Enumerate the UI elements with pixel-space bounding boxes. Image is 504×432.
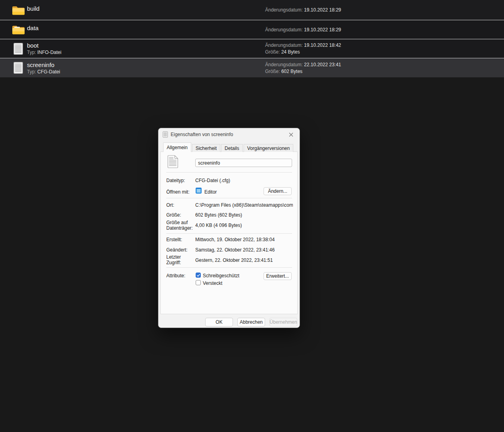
size-on-disk-value: 4,00 KB (4 096 Bytes) (195, 223, 242, 228)
size-label: Größe: (265, 49, 280, 55)
divider (166, 198, 292, 198)
file-name: screeninfo (27, 61, 60, 68)
modified-value: 22.10.2022 23:41 (304, 62, 341, 67)
cancel-button[interactable]: Abbrechen (237, 318, 265, 326)
close-icon (289, 132, 294, 137)
modified-label: Änderungsdatum: (265, 27, 303, 33)
divider (166, 233, 292, 234)
tab-vorgaengerversionen[interactable]: Vorgängerversionen (244, 144, 293, 152)
size-value: 24 Bytes (281, 49, 300, 55)
modified-value: 19.10.2022 18:29 (304, 7, 341, 13)
folder-icon (12, 5, 25, 15)
created-label: Erstellt: (166, 237, 182, 242)
modified-label: Änderungsdatum: (265, 7, 303, 13)
filetype-label: Dateityp: (166, 178, 185, 183)
type-value: INFO-Datei (37, 50, 62, 55)
check-icon (196, 273, 200, 277)
tab-details[interactable]: Details (221, 144, 243, 152)
modified-label: Änderungsdatum: (265, 42, 303, 48)
advanced-button[interactable]: Erweitert... (264, 272, 292, 280)
notepad-icon (195, 187, 202, 195)
size-label: Größe: (166, 212, 181, 218)
file-row-screeninfo[interactable]: screeninfo Typ: CFG-Datei Änderungsdatum… (0, 58, 504, 77)
modified-value: 19.10.2022 18:42 (304, 42, 341, 48)
hidden-checkbox-label[interactable]: Versteckt (203, 280, 222, 286)
folder-icon (12, 24, 25, 35)
filename-input[interactable] (195, 159, 292, 167)
tab-bar: Allgemein Sicherheit Details Vorgängerve… (163, 142, 294, 152)
modified-value: 19.10.2022 18:29 (304, 27, 341, 33)
accessed-value: Gestern, 22. Oktober 2022, 23:41:51 (195, 257, 273, 263)
change-button[interactable]: Ändern... (264, 187, 292, 195)
readonly-checkbox-label[interactable]: Schreibgeschützt (203, 273, 239, 278)
modified-label: Änderungsdatum: (265, 62, 303, 67)
file-row-boot[interactable]: boot Typ: INFO-Datei Änderungsdatum: 19.… (0, 39, 504, 58)
size-label: Größe: (265, 69, 280, 74)
file-row-data[interactable]: data Änderungsdatum: 19.10.2022 18:29 (0, 20, 504, 39)
attributes-label: Attribute: (166, 273, 185, 278)
dialog-titlebar[interactable]: Eigenschaften von screeninfo (158, 128, 300, 141)
location-value: C:\Program Files (x86)\Steam\steamapps\c… (195, 202, 293, 208)
readonly-checkbox[interactable] (196, 273, 201, 278)
file-row-build[interactable]: build Änderungsdatum: 19.10.2022 18:29 (0, 0, 504, 20)
size-value: 602 Bytes (281, 69, 302, 74)
file-name: data (27, 25, 38, 31)
divider (166, 267, 292, 268)
accessed-label: Letzter Zugriff: (166, 254, 186, 265)
changed-value: Samstag, 22. Oktober 2022, 23:41:46 (195, 247, 275, 253)
openwith-app-name: Editor (204, 189, 217, 195)
file-list: build Änderungsdatum: 19.10.2022 18:29 d… (0, 0, 504, 77)
tab-page-general: Dateityp: CFG-Datei (.cfg) Öffnen mit: E… (160, 152, 298, 314)
filetype-value: CFG-Datei (.cfg) (195, 178, 230, 183)
location-label: Ort: (166, 202, 174, 208)
file-icon (12, 43, 25, 55)
file-icon (12, 62, 25, 74)
tab-sicherheit[interactable]: Sicherheit (192, 144, 220, 152)
hidden-checkbox[interactable] (196, 280, 201, 285)
file-type-icon (167, 155, 178, 169)
openwith-label: Öffnen mit: (166, 189, 189, 195)
document-icon (163, 131, 168, 138)
size-on-disk-label: Größe auf Datenträger: (166, 220, 196, 231)
properties-dialog: Eigenschaften von screeninfo Allgemein S… (158, 128, 300, 328)
type-label: Typ: (27, 69, 36, 75)
divider (166, 172, 292, 173)
size-value: 602 Bytes (602 Bytes) (195, 212, 242, 218)
file-name: build (27, 5, 40, 12)
tab-allgemein[interactable]: Allgemein (163, 142, 191, 152)
file-name: boot (27, 42, 62, 49)
type-value: CFG-Datei (37, 69, 60, 75)
changed-label: Geändert: (166, 247, 187, 253)
close-button[interactable] (285, 130, 297, 140)
type-label: Typ: (27, 50, 36, 55)
created-value: Mittwoch, 19. Oktober 2022, 18:38:04 (195, 237, 275, 242)
ok-button[interactable]: OK (205, 318, 233, 326)
dialog-title: Eigenschaften von screeninfo (171, 132, 233, 137)
apply-button[interactable]: Übernehmen (269, 318, 297, 326)
